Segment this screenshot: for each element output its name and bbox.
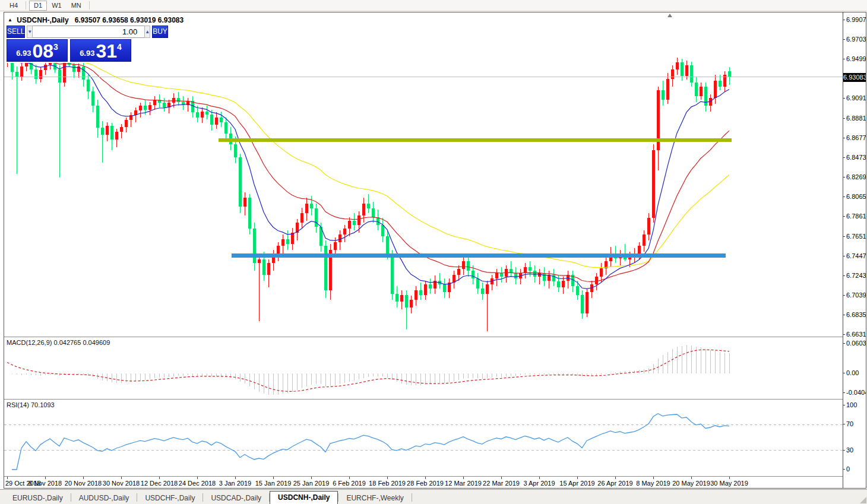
- axis-tick-mark: [843, 118, 845, 119]
- rsi-axis-label: 100: [846, 401, 857, 409]
- price-axis-label: 6.72430: [846, 272, 866, 280]
- date-axis-label: 12 Dec 2018: [141, 480, 178, 487]
- sell-button[interactable]: SELL: [7, 26, 25, 38]
- axis-tick-mark: [843, 20, 845, 20]
- date-tick-mark: [501, 477, 502, 479]
- axis-tick-mark: [843, 39, 845, 40]
- sell-price-box[interactable]: 6.93 08 3: [7, 39, 68, 62]
- price-axis-label: 6.90910: [846, 94, 866, 102]
- rsi-axis-label: 70: [846, 420, 853, 428]
- axis-tick-mark: [843, 98, 845, 99]
- date-tick-mark: [577, 477, 578, 479]
- sell-price-prefix: 6.93: [16, 49, 31, 58]
- date-axis-label: 18 Feb 2019: [369, 480, 406, 487]
- macd-indicator-panel[interactable]: MACD(12,26,9) 0.042765 0.049609: [4, 337, 843, 399]
- toolbar-separator: [26, 1, 26, 9]
- date-axis-label: 8 Nov 2018: [29, 480, 62, 487]
- axis-tick-mark: [843, 343, 845, 344]
- date-axis-label: 3 Apr 2019: [523, 480, 555, 487]
- volume-increase-button[interactable]: ▲: [144, 26, 150, 38]
- chart-tab-audusd-daily[interactable]: AUDUSD-,Daily: [71, 492, 137, 504]
- macd-axis-label: 0.00: [846, 369, 859, 377]
- date-axis-label: 22 Mar 2019: [483, 480, 520, 487]
- chart-ohlc-values: 6.93507 6.93658 6.93019 6.93083: [75, 16, 184, 24]
- sell-price-big-digits: 08: [32, 42, 53, 60]
- date-tick-mark: [653, 477, 654, 479]
- date-tick-mark: [463, 477, 464, 479]
- date-axis-label: 20 May 2019: [672, 480, 710, 487]
- date-tick-mark: [387, 477, 388, 479]
- date-tick-mark: [349, 477, 350, 479]
- current-price-tag: 6.93083: [843, 73, 866, 82]
- date-axis-label: 26 Apr 2019: [597, 480, 632, 487]
- date-tick-mark: [83, 477, 84, 479]
- price-axis-label: 6.94990: [846, 55, 866, 63]
- axis-tick-mark: [843, 216, 845, 217]
- buy-price-prefix: 6.93: [80, 49, 94, 58]
- timeframe-d1-button[interactable]: D1: [29, 1, 47, 11]
- rsi-indicator-panel[interactable]: RSI(14) 70.1093: [4, 399, 843, 476]
- chart-tab-usdcnh-daily[interactable]: USDCNH-,Daily: [270, 491, 338, 504]
- macd-axis-label: -0.040415: [846, 389, 866, 397]
- axis-tick-mark: [843, 424, 845, 424]
- date-axis-label: 30 Nov 2018: [103, 480, 140, 487]
- axis-tick-mark: [843, 315, 845, 315]
- price-axis-label: 6.80650: [846, 193, 866, 201]
- axis-tick-mark: [843, 373, 845, 373]
- timeframe-w1-button[interactable]: W1: [47, 1, 67, 11]
- timeframe-mn-button[interactable]: MN: [67, 1, 86, 11]
- rsi-axis-label: 0: [846, 465, 850, 473]
- tab-separator: [412, 493, 412, 502]
- timeframe-h4-button[interactable]: H4: [5, 1, 23, 11]
- axis-tick-mark: [843, 236, 845, 237]
- chart-tab-usdcad-daily[interactable]: USDCAD-,Daily: [203, 492, 269, 504]
- price-axis-label: 6.78610: [846, 213, 866, 220]
- date-tick-mark: [121, 477, 122, 479]
- price-axis-label: 6.68350: [846, 311, 866, 319]
- sell-price-pip-digit: 3: [53, 42, 58, 52]
- chart-tab-usdchf-daily[interactable]: USDCHF-,Daily: [137, 492, 202, 504]
- axis-tick-mark: [843, 138, 845, 138]
- rsi-line: [12, 414, 729, 470]
- axis-tick-mark: [843, 256, 845, 256]
- date-axis: 29 Oct 20188 Nov 201820 Nov 201830 Nov 2…: [4, 476, 843, 488]
- main-price-chart[interactable]: ▲ USDCNH-,Daily 6.93507 6.93658 6.93019 …: [4, 12, 843, 337]
- window-resize-grip[interactable]: [860, 497, 866, 503]
- date-axis-label: 15 Apr 2019: [559, 480, 594, 487]
- axis-tick-mark: [843, 295, 845, 296]
- price-axis-label: 6.74470: [846, 252, 866, 260]
- chart-tab-eurusd-daily[interactable]: EURUSD-,Daily: [5, 492, 71, 504]
- macd-histogram: [8, 345, 730, 395]
- price-axis-label: 6.82690: [846, 173, 866, 181]
- buy-button[interactable]: BUY: [152, 26, 168, 38]
- price-axis-label: 6.97030: [846, 36, 866, 43]
- collapse-triangle-icon[interactable]: ▲: [8, 17, 12, 23]
- date-axis-label: 20 Nov 2018: [65, 480, 102, 487]
- price-axis-label: 6.99070: [846, 16, 866, 24]
- date-tick-mark: [729, 477, 730, 479]
- axis-tick-mark: [843, 177, 845, 177]
- chart-tab-eurchf-weekly[interactable]: EURCHF-,Weekly: [338, 492, 411, 504]
- timeframe-toolbar: H4 D1 W1 MN: [0, 0, 867, 11]
- price-axis: 6.990706.970306.949906.909106.888106.867…: [843, 12, 866, 488]
- chart-tab-bar: EURUSD-,DailyAUDUSD-,DailyUSDCHF-,DailyU…: [0, 489, 867, 504]
- price-axis-label: 6.88810: [846, 115, 866, 122]
- price-axis-label: 6.66310: [846, 331, 866, 338]
- buy-price-pip-digit: 4: [117, 42, 122, 52]
- rsi-label: RSI(14) 70.1093: [7, 401, 55, 408]
- date-tick-mark: [539, 477, 540, 479]
- buy-price-box[interactable]: 6.93 31 4: [70, 39, 131, 62]
- chart-shift-marker-icon[interactable]: [667, 14, 672, 17]
- macd-axis-label: 0.060342: [846, 340, 866, 347]
- axis-tick-mark: [843, 450, 845, 451]
- date-axis-label: 15 Jan 2019: [255, 480, 292, 487]
- date-tick-mark: [197, 477, 198, 479]
- rsi-canvas: [4, 400, 843, 476]
- volume-decrease-button[interactable]: ▼: [27, 26, 33, 38]
- date-tick-mark: [615, 477, 616, 479]
- axis-tick-mark: [843, 59, 845, 59]
- date-tick-mark: [311, 477, 312, 479]
- volume-input[interactable]: [33, 26, 144, 38]
- buy-price-big-digits: 31: [96, 42, 117, 60]
- date-tick-mark: [691, 477, 692, 479]
